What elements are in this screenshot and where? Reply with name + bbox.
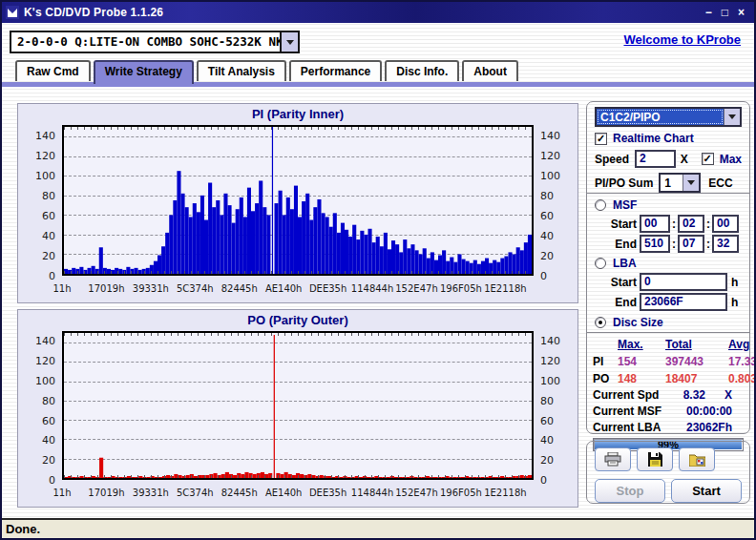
y-tick-label: 0 [540, 270, 547, 282]
y-tick-label: 20 [42, 250, 55, 262]
chevron-down-icon [687, 180, 695, 189]
stop-button[interactable]: Stop [595, 479, 665, 503]
stats-row-pi-name: PI [593, 355, 618, 368]
mode-selector[interactable]: C1C2/PIPO [595, 107, 742, 127]
lba-end-input[interactable]: 23066F [640, 293, 727, 311]
stats-po-max: 148 [618, 372, 665, 385]
current-msf-value: 00:00:00 [686, 405, 744, 418]
msf-end-sec[interactable]: 07 [678, 235, 704, 253]
current-spd-unit: X [724, 388, 744, 402]
y-tick-label: 80 [42, 190, 55, 202]
close-button[interactable]: × [738, 6, 745, 19]
msf-radio[interactable] [595, 199, 606, 211]
msf-start-sec[interactable]: 02 [678, 215, 704, 233]
tab-write-strategy[interactable]: Write Strategy [94, 60, 194, 84]
msf-start-min[interactable]: 00 [640, 215, 670, 233]
x-tick-label: AE140h [265, 283, 303, 294]
lba-start-input[interactable]: 0 [640, 273, 727, 291]
stats-pi-max: 154 [618, 355, 665, 368]
picture-folder-icon [689, 453, 705, 467]
y-tick-label: 20 [42, 454, 55, 467]
y-tick-label: 80 [540, 190, 554, 202]
x-tick-label: 1E2118h [484, 283, 526, 294]
lba-radio[interactable] [595, 258, 606, 269]
lba-start-label: Start [606, 276, 637, 289]
po-y-axis-left: 020406080100120140 [18, 331, 60, 480]
y-tick-label: 120 [540, 355, 560, 367]
stats-header-total: Total [665, 338, 728, 351]
x-tick-label: 39331h [133, 283, 169, 294]
maximize-button[interactable]: □ [722, 6, 728, 19]
po-plot-area [62, 331, 534, 480]
drive-selector-value: 2-0-0-0 Q:LITE-ON COMBO SOHC-5232K NK07 [11, 32, 280, 52]
y-tick-label: 100 [35, 375, 55, 387]
control-panel: C1C2/PIPO ✓ Realtime Chart Speed 2 X ✓ M… [586, 101, 750, 434]
stats-pi-total: 397443 [665, 355, 728, 368]
lba-start-unit: h [731, 276, 738, 289]
x-tick-label: DEE35h [309, 283, 346, 294]
y-tick-label: 60 [42, 415, 55, 427]
y-tick-label: 140 [540, 335, 560, 347]
welcome-link[interactable]: Welcome to KProbe [623, 32, 741, 47]
speed-x-label: X [681, 153, 688, 166]
current-lba-label: Current LBA [593, 421, 661, 434]
msf-label: MSF [613, 198, 637, 212]
x-tick-label: AE140h [265, 488, 303, 498]
msf-end-min[interactable]: 510 [640, 235, 670, 253]
export-image-button[interactable] [679, 447, 715, 471]
max-speed-checkbox[interactable]: ✓ [702, 153, 714, 165]
tab-disc-info[interactable]: Disc Info. [385, 60, 459, 81]
y-tick-label: 100 [35, 170, 55, 182]
drive-selector-dropdown-button[interactable] [280, 32, 298, 52]
pipo-sum-selector[interactable]: 1 [659, 173, 701, 193]
app-icon [6, 6, 19, 19]
minimize-button[interactable]: − [705, 6, 712, 19]
stats-row-po-name: PO [593, 372, 618, 385]
y-tick-label: 140 [35, 335, 55, 347]
pi-plot-area [62, 125, 534, 276]
save-button[interactable] [637, 447, 673, 471]
realtime-chart-label: Realtime Chart [613, 132, 694, 145]
stats-table: Max. Total Avg PI 154 397443 17.339 PO 1… [593, 338, 744, 385]
current-msf-label: Current MSF [593, 405, 662, 418]
stats-po-total: 18407 [665, 372, 728, 385]
drive-selector[interactable]: 2-0-0-0 Q:LITE-ON COMBO SOHC-5232K NK07 [10, 31, 300, 53]
x-tick-label: 17019h [88, 488, 124, 498]
start-button[interactable]: Start [671, 479, 742, 503]
x-tick-label: 152E47h [395, 488, 437, 498]
po-chart-title: PO (Parity Outer) [18, 313, 578, 327]
x-tick-label: 17019h [88, 283, 124, 294]
colon: : [706, 218, 710, 231]
x-tick-label: 5C374h [177, 283, 214, 294]
msf-end-label: End [606, 238, 637, 251]
disc-size-radio[interactable] [595, 317, 606, 328]
speed-input[interactable]: 2 [635, 150, 676, 168]
pipo-sum-dropdown-button[interactable] [682, 175, 699, 191]
current-lba-value: 23062Fh [686, 421, 744, 434]
tab-performance[interactable]: Performance [289, 60, 382, 81]
po-x-axis-labels: 11h17019h39331h5C374h82445hAE140hDEE35h1… [62, 488, 534, 500]
current-spd-value: 8.32 [683, 388, 715, 402]
msf-start-frame[interactable]: 00 [712, 215, 739, 233]
tab-about[interactable]: About [462, 60, 518, 81]
x-tick-label: 39331h [133, 488, 169, 498]
colon: : [706, 238, 710, 251]
x-tick-label: 114844h [351, 488, 394, 498]
msf-start-label: Start [606, 218, 637, 231]
print-button[interactable] [595, 447, 631, 471]
realtime-chart-checkbox[interactable]: ✓ [595, 133, 607, 145]
window-title: K's CD/DVD Probe 1.1.26 [24, 6, 163, 19]
tab-tilt-analysis[interactable]: Tilt Analysis [197, 60, 286, 81]
y-tick-label: 140 [540, 130, 560, 142]
y-tick-label: 20 [540, 454, 554, 467]
tab-raw-cmd[interactable]: Raw Cmd [15, 60, 91, 81]
mode-selector-dropdown-button[interactable] [724, 109, 740, 125]
tab-bar: Raw CmdWrite StrategyTilt AnalysisPerfor… [15, 60, 518, 81]
chevron-down-icon [728, 114, 736, 123]
msf-end-frame[interactable]: 32 [712, 235, 739, 253]
check-icon: ✓ [597, 134, 605, 144]
colon: : [672, 218, 676, 231]
x-tick-label: 152E47h [395, 283, 437, 294]
printer-icon [604, 452, 621, 467]
po-chart: PO (Parity Outer) 020406080100120140 020… [17, 309, 578, 508]
